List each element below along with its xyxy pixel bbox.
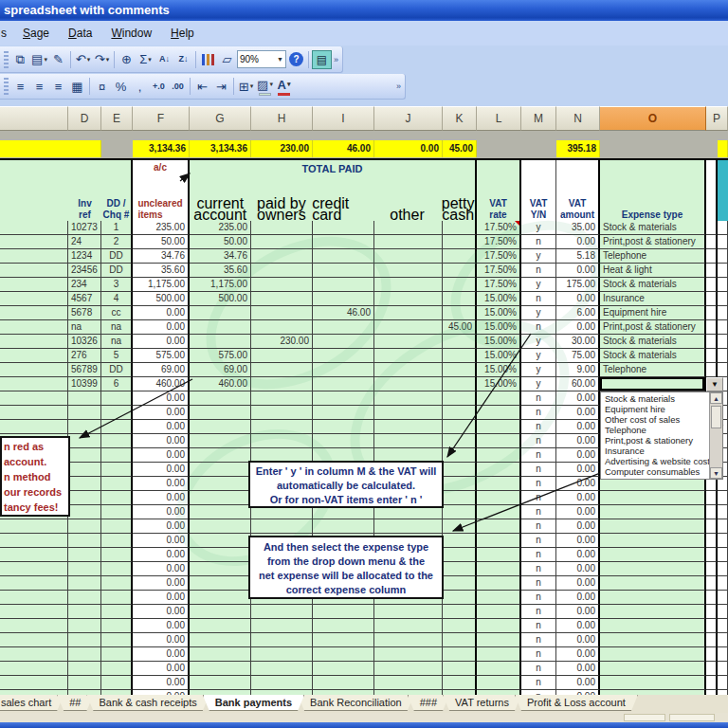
cell-c[interactable] <box>0 306 68 320</box>
cell-h[interactable] <box>251 377 313 391</box>
cell-h[interactable] <box>251 306 313 320</box>
cell-l[interactable]: 17.50% <box>477 221 521 235</box>
cell-d[interactable] <box>68 548 101 562</box>
cell-j[interactable] <box>374 605 443 619</box>
cell-n[interactable]: 0.00 <box>556 406 600 420</box>
sort-ascending-icon[interactable]: A↓ <box>155 50 173 69</box>
cell-n[interactable]: 0.00 <box>556 647 600 662</box>
cell-i[interactable] <box>313 605 374 619</box>
cell-h[interactable] <box>251 605 313 619</box>
cell-j[interactable] <box>374 633 443 647</box>
cell-l[interactable] <box>477 463 521 477</box>
cell-i[interactable] <box>313 264 374 278</box>
cell-p[interactable] <box>718 619 728 633</box>
cell-j[interactable] <box>374 221 443 235</box>
cell-k[interactable] <box>443 249 477 264</box>
column-header-H[interactable]: H <box>251 106 313 131</box>
cell-j[interactable] <box>374 320 443 335</box>
column-header-I[interactable]: I <box>313 106 374 131</box>
cell-d[interactable]: na <box>68 320 101 335</box>
cell-l[interactable] <box>477 406 521 420</box>
cell-c[interactable] <box>0 647 68 662</box>
cell-f[interactable]: 0.00 <box>133 406 190 420</box>
menu-window[interactable]: Window <box>102 24 160 43</box>
cell-l[interactable]: 15.00% <box>477 363 521 377</box>
cell-l[interactable] <box>477 534 521 548</box>
cell-k[interactable] <box>443 591 477 605</box>
cell-d[interactable]: 10399 <box>68 377 101 391</box>
cell-k[interactable] <box>443 420 477 434</box>
cell-m[interactable]: n <box>521 647 556 662</box>
cell-c[interactable] <box>0 633 68 647</box>
cell-ps[interactable] <box>706 633 718 647</box>
cell-o[interactable]: Stock & materials <box>600 278 706 292</box>
cell-o[interactable] <box>600 534 706 548</box>
cell-f[interactable]: 0.00 <box>133 505 190 519</box>
cell-k[interactable] <box>443 647 477 662</box>
cell-j[interactable] <box>374 662 443 676</box>
cell-i[interactable] <box>313 377 374 391</box>
cell-p[interactable] <box>718 249 728 264</box>
cell-f[interactable]: 0.00 <box>133 335 190 349</box>
header-vat-rate[interactable]: VATrate <box>477 160 521 223</box>
cell-k[interactable] <box>443 264 477 278</box>
cell-e[interactable] <box>101 576 133 591</box>
cell-ps[interactable] <box>706 534 718 548</box>
cell-j[interactable] <box>374 519 443 534</box>
cell-k[interactable] <box>443 278 477 292</box>
cell-f[interactable]: 0.00 <box>133 619 190 633</box>
cell-f[interactable]: 35.60 <box>133 264 190 278</box>
print-preview-icon[interactable]: ▤ <box>312 50 332 69</box>
cell-p[interactable] <box>718 562 728 576</box>
cell-n[interactable]: 0.00 <box>556 434 600 448</box>
cell-n[interactable]: 30.00 <box>556 335 600 349</box>
cell-d[interactable] <box>68 633 101 647</box>
menu-data[interactable]: Data <box>60 24 100 43</box>
chart-wizard-icon[interactable] <box>199 50 217 69</box>
comma-icon[interactable]: , <box>131 77 149 96</box>
cell-p[interactable] <box>718 278 728 292</box>
cell-h[interactable] <box>251 420 313 434</box>
cell-h[interactable] <box>251 278 313 292</box>
expense-note-box[interactable]: And then select the expense typefrom the… <box>248 536 444 599</box>
cell-i[interactable] <box>313 662 374 676</box>
cell-ps[interactable] <box>706 519 718 534</box>
cell-n[interactable]: 0.00 <box>556 548 600 562</box>
cell-d[interactable] <box>68 463 101 477</box>
cell-k[interactable] <box>443 676 477 690</box>
cell-d[interactable] <box>68 391 101 406</box>
scrollbar-thumb[interactable] <box>711 406 721 428</box>
column-header-N[interactable]: N <box>556 106 600 131</box>
cell-i[interactable] <box>313 420 374 434</box>
cell-n[interactable]: 0.00 <box>556 320 600 335</box>
cell-g[interactable] <box>190 335 251 349</box>
help-icon[interactable]: ? <box>287 50 305 69</box>
cell-i[interactable] <box>313 349 374 363</box>
total-cell[interactable]: 395.18 <box>556 140 600 157</box>
cell-o[interactable] <box>600 662 706 676</box>
cell-e[interactable] <box>101 647 133 662</box>
zoom-combo[interactable]: 90%▼ <box>237 50 286 68</box>
toolbar-grip[interactable] <box>4 78 9 95</box>
cell-e[interactable] <box>101 633 133 647</box>
cell-h[interactable] <box>251 249 313 264</box>
cell-f[interactable]: 0.00 <box>133 477 190 491</box>
dropdown-item[interactable]: Advertising & website cost <box>601 456 709 466</box>
toolbar-options-icon[interactable]: » <box>396 82 401 91</box>
cell-m[interactable]: n <box>521 235 556 249</box>
cell-m[interactable]: n <box>521 576 556 591</box>
cell-f[interactable]: 50.00 <box>133 235 190 249</box>
cell-d[interactable] <box>68 534 101 548</box>
cell-m[interactable]: n <box>521 264 556 278</box>
cell-g[interactable] <box>190 548 251 562</box>
cell-c[interactable] <box>0 562 68 576</box>
cell-m[interactable]: y <box>521 278 556 292</box>
cell-k[interactable] <box>443 377 477 391</box>
cell-h[interactable] <box>251 391 313 406</box>
cell-f[interactable]: 460.00 <box>133 377 190 391</box>
cell-g[interactable] <box>190 676 251 690</box>
cell-n[interactable]: 0.00 <box>556 264 600 278</box>
cell-j[interactable] <box>374 363 443 377</box>
cell-n[interactable]: 0.00 <box>556 391 600 406</box>
cell-f[interactable]: 0.00 <box>133 676 190 690</box>
